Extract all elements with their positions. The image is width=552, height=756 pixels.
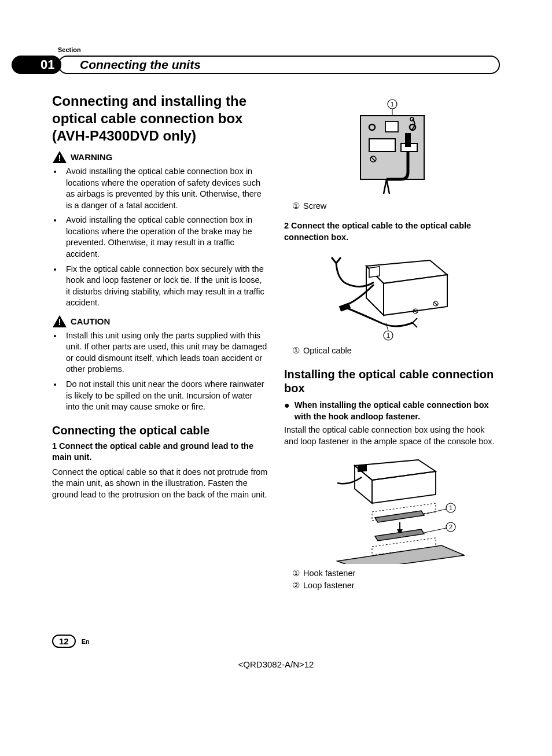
svg-rect-11: [405, 133, 411, 147]
section-title-pill: Connecting the units: [58, 56, 500, 74]
section-label: Section: [58, 46, 500, 53]
caution-icon: !: [52, 315, 67, 328]
page-language: En: [82, 638, 90, 645]
svg-line-41: [424, 528, 446, 533]
svg-text:2: 2: [448, 523, 452, 530]
svg-rect-30: [358, 464, 367, 473]
section-number: 01: [12, 56, 61, 74]
install-body: Install the optical cable connection box…: [284, 425, 500, 447]
bullet-icon: ●: [284, 400, 290, 422]
caution-list: Install this unit using only the parts s…: [52, 330, 268, 413]
list-item: Avoid installing the optical cable conne…: [62, 166, 268, 211]
callout-text: Loop fastener: [303, 580, 355, 592]
main-heading: Connecting and installing the optical ca…: [52, 93, 268, 145]
install-subhead-text: When installing the optical cable connec…: [295, 400, 500, 422]
warning-heading: ! WARNING: [52, 150, 268, 164]
svg-text:1: 1: [448, 504, 452, 511]
caution-label: CAUTION: [71, 316, 110, 326]
figure-3-callouts: ①Hook fastener ②Loop fastener: [284, 567, 500, 592]
svg-rect-8: [385, 121, 398, 132]
svg-text:1: 1: [390, 101, 393, 108]
document-code: <QRD3082-A/N>12: [52, 659, 500, 669]
svg-rect-9: [369, 139, 395, 152]
list-item: Install this unit using only the parts s…: [62, 330, 268, 375]
svg-line-26: [386, 323, 388, 331]
list-item: Avoid installing the optical cable conne…: [62, 215, 268, 260]
svg-marker-37: [337, 545, 465, 564]
subheading-installing-box: Installing the optical cable connection …: [284, 367, 500, 395]
callout-text: Optical cable: [303, 345, 352, 357]
figure-3: 1 2: [284, 454, 500, 564]
page-header: 01 Connecting the units: [52, 56, 500, 75]
page-footer: 12 En: [52, 635, 500, 648]
left-column: Connecting and installing the optical ca…: [52, 93, 268, 600]
callout-text: Screw: [303, 200, 326, 212]
figure-2: 1: [284, 249, 500, 341]
figure-2-callouts: ①Optical cable: [284, 345, 500, 357]
warning-icon: !: [52, 150, 67, 164]
step-1: 1 Connect the optical cable and ground l…: [52, 441, 268, 463]
install-subhead: ● When installing the optical cable conn…: [284, 400, 500, 422]
svg-line-38: [424, 509, 446, 514]
step-1-body: Connect the optical cable so that it doe…: [52, 467, 268, 501]
svg-marker-28: [372, 471, 436, 503]
caution-heading: ! CAUTION: [52, 315, 268, 328]
subheading-connecting-cable: Connecting the optical cable: [52, 423, 268, 437]
list-item: Do not install this unit near the doors …: [62, 379, 268, 413]
step-2-label: 2 Connect the optical cable to the optic…: [284, 221, 471, 242]
svg-text:!: !: [58, 153, 61, 163]
page-number: 12: [52, 635, 76, 648]
warning-list: Avoid installing the optical cable conne…: [52, 166, 268, 309]
warning-label: WARNING: [71, 152, 113, 162]
figure-1-callouts: ①Screw: [284, 200, 500, 212]
step-1-label: 1 Connect the optical cable and ground l…: [52, 441, 253, 462]
svg-marker-32: [375, 511, 424, 522]
step-2: 2 Connect the optical cable to the optic…: [284, 220, 500, 243]
callout-text: Hook fastener: [303, 567, 355, 580]
list-item: Fix the optical cable connection box sec…: [62, 264, 268, 309]
svg-text:1: 1: [386, 332, 389, 339]
right-column: 1 ①Screw: [284, 93, 500, 600]
svg-text:!: !: [58, 317, 61, 327]
figure-1: 1: [284, 98, 500, 197]
section-title: Connecting the units: [80, 58, 201, 72]
svg-rect-18: [369, 267, 380, 278]
